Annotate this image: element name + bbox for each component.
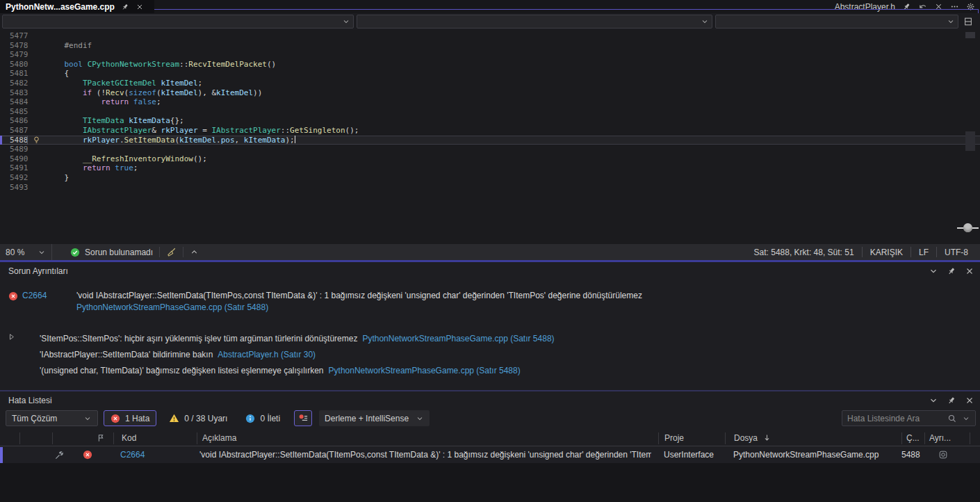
column-header-description[interactable]: Açıklama xyxy=(202,433,236,443)
error-code-link[interactable]: C2664 xyxy=(22,291,47,300)
column-header-project[interactable]: Proje xyxy=(664,433,684,443)
scope-dropdown[interactable]: Tüm Çözüm xyxy=(6,410,98,426)
line-ending-mixed-indicator[interactable]: KARIŞIK xyxy=(863,248,910,257)
nav-type-dropdown[interactable] xyxy=(357,15,712,29)
chevron-down-icon[interactable] xyxy=(929,396,938,405)
cursor-position[interactable]: Sat: 5488, Krkt: 48, Süt: 51 xyxy=(746,248,862,257)
close-icon[interactable] xyxy=(965,266,974,276)
line-number[interactable]: 5483 xyxy=(0,88,28,98)
glyph-margin[interactable] xyxy=(28,41,46,51)
glyph-margin[interactable] xyxy=(28,183,46,193)
glyph-margin[interactable] xyxy=(28,126,46,136)
scrollbar-thumb[interactable] xyxy=(965,131,975,151)
line-number[interactable]: 5480 xyxy=(0,60,28,70)
source-dropdown[interactable]: Derleme + IntelliSense xyxy=(319,410,430,426)
promote-tab-icon[interactable] xyxy=(918,2,927,11)
glyph-margin[interactable] xyxy=(28,107,46,117)
close-icon[interactable] xyxy=(934,2,943,11)
line-content xyxy=(46,50,980,60)
code-editor[interactable]: 54775478 #endif54795480 bool CPythonNetw… xyxy=(0,30,980,244)
quick-actions-icon[interactable] xyxy=(54,450,65,460)
note-location-link[interactable]: PythonNetworkStreamPhaseGame.cpp (Satır … xyxy=(329,366,521,375)
eol-indicator[interactable]: LF xyxy=(911,248,936,257)
glyph-margin[interactable] xyxy=(28,136,46,145)
glyph-margin[interactable] xyxy=(28,79,46,88)
column-header-file[interactable]: Dosya xyxy=(734,433,758,443)
glyph-margin[interactable] xyxy=(28,145,46,154)
nav-member-dropdown[interactable] xyxy=(715,15,958,29)
column-header-detail[interactable]: Ayrı... xyxy=(929,433,951,443)
glyph-margin[interactable] xyxy=(28,154,46,164)
gear-icon[interactable] xyxy=(966,2,975,11)
messages-toggle[interactable]: 0 İleti xyxy=(240,410,286,426)
line-content: if (!Recv(sizeof(kItemDel), &kItemDel)) xyxy=(46,88,980,98)
nav-project-dropdown[interactable] xyxy=(2,15,354,29)
chevron-up-icon[interactable] xyxy=(190,248,199,257)
errors-toggle[interactable]: 1 Hata xyxy=(104,410,156,426)
search-icon[interactable] xyxy=(947,414,957,423)
glyph-margin[interactable] xyxy=(28,50,46,60)
warnings-toggle[interactable]: 0 / 38 Uyarı xyxy=(163,410,233,426)
line-number[interactable]: 5478 xyxy=(0,41,28,51)
glyph-margin[interactable] xyxy=(28,116,46,126)
column-header-code[interactable]: Kod xyxy=(122,433,136,443)
glyph-margin[interactable] xyxy=(28,163,46,173)
error-location-link[interactable]: PythonNetworkStreamPhaseGame.cpp (Satır … xyxy=(76,302,268,312)
more-options-icon[interactable] xyxy=(950,2,959,11)
details-icon[interactable] xyxy=(938,450,948,460)
line-number[interactable]: 5493 xyxy=(0,183,28,193)
line-number[interactable]: 5489 xyxy=(0,145,28,154)
line-number[interactable]: 5491 xyxy=(0,163,28,173)
glyph-margin[interactable] xyxy=(28,60,46,70)
line-number[interactable]: 5479 xyxy=(0,50,28,60)
pin-icon[interactable] xyxy=(902,2,911,11)
code-cleanup-broom-icon[interactable] xyxy=(166,247,177,257)
line-number[interactable]: 5481 xyxy=(0,69,28,79)
close-icon[interactable] xyxy=(965,396,974,405)
severity-column-icon[interactable] xyxy=(96,433,106,443)
line-number[interactable]: 5490 xyxy=(0,154,28,164)
tab-abstractplayer-preview[interactable]: AbstractPlayer.h xyxy=(835,0,980,13)
line-number[interactable]: 5486 xyxy=(0,116,28,126)
chevron-down-icon[interactable] xyxy=(962,414,970,423)
lightbulb-icon[interactable] xyxy=(32,136,41,145)
filter-button[interactable] xyxy=(294,410,312,426)
split-editor-icon[interactable] xyxy=(961,15,975,29)
glyph-margin[interactable] xyxy=(28,173,46,183)
expander-icon[interactable] xyxy=(7,332,16,341)
note-location-link[interactable]: AbstractPlayer.h (Satır 30) xyxy=(218,350,316,359)
pin-icon[interactable] xyxy=(121,3,129,11)
line-number[interactable]: 5492 xyxy=(0,173,28,183)
column-divider xyxy=(658,432,659,444)
line-number[interactable]: 5485 xyxy=(0,107,28,117)
line-number[interactable]: 5482 xyxy=(0,79,28,88)
code-line: 5489 xyxy=(0,145,980,154)
column-header-line[interactable]: Ç... xyxy=(906,433,920,443)
note-location-link[interactable]: PythonNetworkStreamPhaseGame.cpp (Satır … xyxy=(362,334,554,343)
pin-icon[interactable] xyxy=(947,396,956,405)
error-row[interactable]: C2664 'void IAbstractPlayer::SetItemData… xyxy=(0,447,980,463)
glyph-margin[interactable] xyxy=(28,97,46,107)
chevron-down-icon[interactable] xyxy=(929,266,938,276)
glyph-margin[interactable] xyxy=(28,69,46,79)
document-health-indicator[interactable]: Sorun bulunamadı xyxy=(70,248,153,257)
glyph-margin[interactable] xyxy=(28,31,46,41)
line-number[interactable]: 5487 xyxy=(0,126,28,136)
splitter-handle[interactable] xyxy=(963,223,972,232)
line-number[interactable]: 5484 xyxy=(0,97,28,107)
encoding-indicator[interactable]: UTF-8 xyxy=(937,248,976,257)
line-number[interactable]: 5488 xyxy=(0,136,28,145)
close-icon[interactable] xyxy=(136,3,144,11)
zoom-level-dropdown[interactable]: 80 % xyxy=(0,244,52,260)
row-error-code[interactable]: C2664 xyxy=(120,450,145,460)
error-icon xyxy=(111,414,120,423)
chevron-down-icon xyxy=(83,414,92,423)
line-number[interactable]: 5477 xyxy=(0,31,28,41)
tab-pythonnetworkstreamphasegame[interactable]: PythonNetw...aseGame.cpp xyxy=(0,0,154,13)
glyph-margin[interactable] xyxy=(28,88,46,98)
row-project: UserInterface xyxy=(664,450,714,460)
vertical-scrollbar[interactable] xyxy=(964,30,977,244)
search-input[interactable] xyxy=(847,414,942,423)
problem-note: '(unsigned char, TItemData)' bağımsız de… xyxy=(40,366,521,375)
pin-icon[interactable] xyxy=(947,266,956,276)
